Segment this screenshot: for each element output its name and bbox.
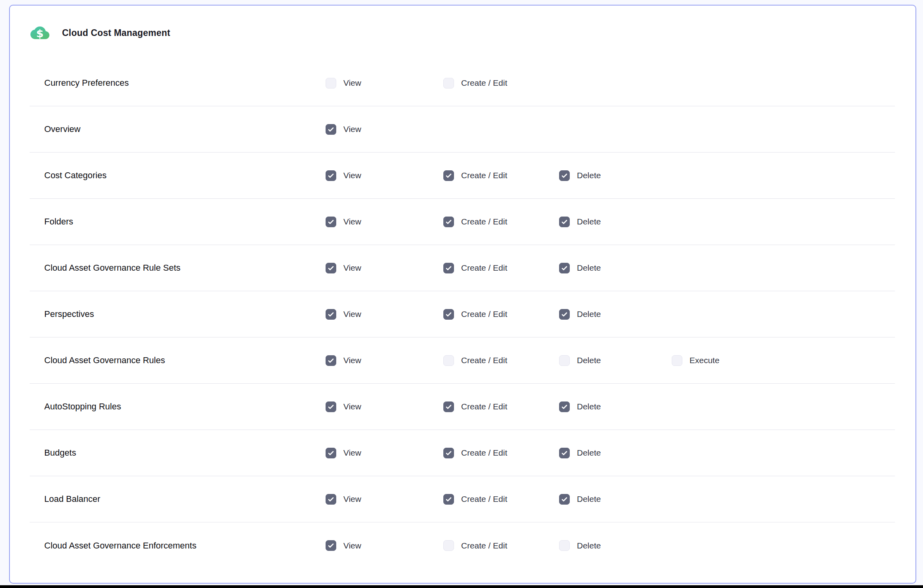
svg-text:$: $ [36, 27, 44, 40]
check-icon [561, 311, 568, 318]
check-icon [327, 264, 335, 272]
permission-checkbox-label: Create / Edit [461, 171, 507, 180]
permission-row: Cloud Asset Governance Rule Sets ViewCre… [30, 245, 895, 291]
permission-row: AutoStopping Rules ViewCreate / EditDele… [30, 384, 895, 430]
permission-checkbox-execute[interactable]: Execute [672, 355, 895, 366]
checkbox-checked-icon[interactable] [559, 263, 570, 273]
checkbox-unchecked-icon[interactable] [672, 355, 682, 366]
permission-checkbox-delete[interactable]: Delete [559, 217, 672, 227]
card-header: $ Cloud Cost Management [10, 6, 915, 60]
checkbox-checked-icon[interactable] [559, 170, 570, 181]
permission-row-label: Perspectives [30, 309, 326, 319]
permission-checkbox-view[interactable]: View [326, 124, 443, 135]
permission-checkbox-create_edit[interactable]: Create / Edit [443, 217, 559, 227]
bottom-edge-bar [0, 585, 923, 588]
checkbox-checked-icon[interactable] [443, 309, 454, 320]
permission-checkbox-delete[interactable]: Delete [559, 355, 672, 366]
checkbox-checked-icon[interactable] [443, 217, 454, 227]
check-icon [561, 449, 568, 457]
permission-checkbox-view[interactable]: View [326, 448, 443, 458]
permission-checkbox-delete[interactable]: Delete [559, 170, 672, 181]
permission-checkbox-label: Delete [577, 217, 601, 226]
checkbox-unchecked-icon[interactable] [559, 355, 570, 366]
permission-checkbox-view[interactable]: View [326, 309, 443, 320]
check-icon [327, 403, 335, 411]
permission-checkbox-view[interactable]: View [326, 217, 443, 227]
checkbox-checked-icon[interactable] [559, 309, 570, 320]
checkbox-checked-icon[interactable] [326, 448, 336, 458]
permission-checkbox-delete[interactable]: Delete [559, 540, 672, 551]
checkbox-checked-icon[interactable] [443, 263, 454, 273]
checkbox-unchecked-icon[interactable] [443, 540, 454, 551]
checkbox-checked-icon[interactable] [326, 263, 336, 273]
checkbox-checked-icon[interactable] [559, 217, 570, 227]
permission-row-label: Load Balancer [30, 494, 326, 504]
checkbox-unchecked-icon[interactable] [443, 355, 454, 366]
permission-row-label: Folders [30, 217, 326, 227]
permission-row: Currency Preferences ViewCreate / Edit [30, 60, 895, 106]
checkbox-checked-icon[interactable] [326, 309, 336, 320]
permission-checkbox-label: Delete [577, 402, 601, 411]
permission-checkbox-view[interactable]: View [326, 401, 443, 412]
permission-checkbox-view[interactable]: View [326, 540, 443, 551]
permission-checkbox-create_edit[interactable]: Create / Edit [443, 263, 559, 273]
permission-checkbox-label: Delete [577, 541, 601, 550]
permission-checkbox-label: Delete [577, 494, 601, 504]
permission-row-label: AutoStopping Rules [30, 401, 326, 412]
permission-checkbox-view[interactable]: View [326, 355, 443, 366]
checkbox-checked-icon[interactable] [559, 448, 570, 458]
checkbox-unchecked-icon[interactable] [326, 78, 336, 89]
permission-row: Budgets ViewCreate / EditDelete [30, 430, 895, 476]
permission-checkbox-view[interactable]: View [326, 494, 443, 505]
checkbox-checked-icon[interactable] [443, 170, 454, 181]
checkbox-unchecked-icon[interactable] [443, 78, 454, 89]
page-title: Cloud Cost Management [62, 28, 170, 38]
checkbox-checked-icon[interactable] [326, 494, 336, 505]
permission-checkbox-delete[interactable]: Delete [559, 309, 672, 320]
checkbox-checked-icon[interactable] [326, 124, 336, 135]
permission-row: Perspectives ViewCreate / EditDelete [30, 291, 895, 337]
permission-checkbox-view[interactable]: View [326, 263, 443, 273]
permission-checkbox-delete[interactable]: Delete [559, 263, 672, 273]
permission-checkbox-label: Delete [577, 356, 601, 365]
permission-checkbox-create_edit[interactable]: Create / Edit [443, 78, 559, 89]
checkbox-checked-icon[interactable] [326, 355, 336, 366]
permission-checkbox-view[interactable]: View [326, 78, 443, 89]
permission-checkbox-create_edit[interactable]: Create / Edit [443, 309, 559, 320]
permission-checkbox-label: View [343, 171, 361, 180]
permission-checkbox-label: Create / Edit [461, 263, 507, 273]
permission-row: Folders ViewCreate / EditDelete [30, 199, 895, 245]
permission-checkbox-label: View [343, 541, 361, 550]
permission-checkbox-delete[interactable]: Delete [559, 401, 672, 412]
permissions-card: $ Cloud Cost Management Currency Prefere… [9, 5, 916, 584]
permission-checkbox-create_edit[interactable]: Create / Edit [443, 448, 559, 458]
check-icon [445, 172, 452, 179]
permission-rows: Currency Preferences ViewCreate / Edit O… [30, 60, 895, 569]
permission-checkbox-create_edit[interactable]: Create / Edit [443, 401, 559, 412]
permission-row: Cloud Asset Governance Enforcements View… [30, 522, 895, 569]
checkbox-checked-icon[interactable] [559, 401, 570, 412]
permission-row-label: Currency Preferences [30, 78, 326, 88]
check-icon [327, 126, 335, 133]
permission-checkbox-label: Delete [577, 309, 601, 319]
checkbox-checked-icon[interactable] [443, 494, 454, 505]
permission-checkbox-view[interactable]: View [326, 170, 443, 181]
checkbox-checked-icon[interactable] [326, 540, 336, 551]
permission-checkbox-create_edit[interactable]: Create / Edit [443, 355, 559, 366]
permission-checkbox-create_edit[interactable]: Create / Edit [443, 540, 559, 551]
checkbox-checked-icon[interactable] [559, 494, 570, 505]
permission-row-label: Cloud Asset Governance Rule Sets [30, 263, 326, 273]
permission-checkbox-create_edit[interactable]: Create / Edit [443, 494, 559, 505]
permission-checkbox-delete[interactable]: Delete [559, 448, 672, 458]
permission-checkbox-label: View [343, 448, 361, 458]
permission-row: Overview View [30, 106, 895, 153]
checkbox-checked-icon[interactable] [326, 217, 336, 227]
permission-checkbox-delete[interactable]: Delete [559, 494, 672, 505]
checkbox-checked-icon[interactable] [326, 401, 336, 412]
permission-checkbox-create_edit[interactable]: Create / Edit [443, 170, 559, 181]
checkbox-unchecked-icon[interactable] [559, 540, 570, 551]
checkbox-checked-icon[interactable] [326, 170, 336, 181]
checkbox-checked-icon[interactable] [443, 401, 454, 412]
checkbox-checked-icon[interactable] [443, 448, 454, 458]
cloud-dollar-icon: $ [30, 24, 50, 41]
